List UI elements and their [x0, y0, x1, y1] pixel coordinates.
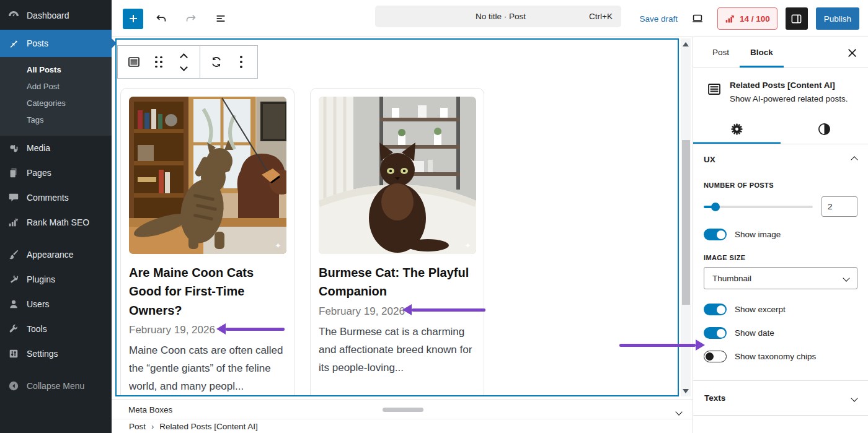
editor-header: No title · Post Ctrl+K Save draft 14 / 1…: [112, 0, 868, 37]
block-type-button[interactable]: [122, 47, 146, 77]
wordpress-block-editor: Dashboard Posts All Posts Add Post Categ…: [0, 0, 868, 433]
save-draft-button[interactable]: Save draft: [639, 14, 678, 24]
plugin-icon: [7, 273, 20, 286]
related-post-card[interactable]: ✦ Are Maine Coon Cats Good for First-Tim…: [120, 88, 294, 396]
dashboard-icon: [7, 9, 20, 22]
meta-boxes-resize-handle[interactable]: [383, 408, 423, 412]
breadcrumb-current[interactable]: Related Posts [Content AI]: [159, 422, 257, 431]
tab-block[interactable]: Block: [740, 37, 784, 68]
show-date-toggle[interactable]: [704, 327, 727, 339]
number-of-posts-input[interactable]: [822, 196, 857, 217]
sidebar-panel-toggle-button[interactable]: [786, 7, 808, 30]
scroll-up-arrow[interactable]: [681, 40, 691, 48]
list-view-icon: [214, 12, 228, 25]
image-size-select[interactable]: Thumbnail: [704, 267, 857, 289]
sidebar-item-collapse-menu[interactable]: Collapse Menu: [0, 374, 112, 398]
related-posts-block-icon: [126, 55, 141, 69]
close-settings-button[interactable]: [841, 42, 863, 64]
ux-section-title: UX: [704, 155, 715, 164]
show-excerpt-toggle[interactable]: [704, 304, 727, 315]
sidebar-item-label: Plugins: [27, 274, 55, 284]
block-info-text: Related Posts [Content AI] Show AI-power…: [730, 81, 848, 103]
editor-content-area: ✦ Are Maine Coon Cats Good for First-Tim…: [112, 37, 693, 400]
sidebar-item-plugins[interactable]: Plugins: [0, 267, 112, 292]
number-of-posts-slider[interactable]: [704, 206, 813, 208]
sidebar-item-rank-math[interactable]: Rank Math SEO: [0, 210, 112, 235]
document-overview-button[interactable]: [209, 7, 232, 30]
ux-section-body: NUMBER OF POSTS Show image IMAGE SIZE Th…: [693, 182, 868, 362]
annotation-arrow-show-date: [619, 339, 705, 351]
tab-block-styles[interactable]: [781, 115, 868, 144]
related-post-card[interactable]: ✦ Burmese Cat: The Playful Companion Feb…: [310, 88, 484, 396]
block-mover[interactable]: [171, 47, 196, 77]
related-posts-block-icon: [707, 81, 722, 103]
selected-block-canvas[interactable]: ✦ Are Maine Coon Cats Good for First-Tim…: [115, 38, 679, 396]
sidebar-item-label: Posts: [27, 38, 48, 48]
sidebar-item-label: Collapse Menu: [27, 381, 84, 391]
block-toolbar-group-extra: [200, 46, 257, 78]
show-image-label: Show image: [735, 230, 781, 239]
chevron-down-icon[interactable]: [676, 406, 681, 417]
post-title[interactable]: Burmese Cat: The Playful Companion: [319, 263, 476, 301]
sidebar-item-appearance[interactable]: Appearance: [0, 242, 112, 267]
block-inspector-tabs: [693, 115, 868, 144]
show-excerpt-label: Show excerpt: [735, 305, 786, 314]
block-inserter-button[interactable]: [123, 9, 143, 29]
chevron-up-icon: [851, 156, 857, 163]
post-title[interactable]: Are Maine Coon Cats Good for First-Time …: [129, 263, 286, 320]
sidebar-item-label: Tools: [27, 324, 47, 334]
texts-section-header[interactable]: Texts: [693, 381, 868, 416]
sidebar-item-comments[interactable]: Comments: [0, 185, 112, 210]
submenu-item-add-post[interactable]: Add Post: [0, 78, 112, 95]
tab-post[interactable]: Post: [702, 37, 740, 68]
sidebar-item-dashboard[interactable]: Dashboard: [0, 0, 112, 30]
drag-handle[interactable]: [146, 47, 171, 77]
sidebar-item-posts[interactable]: Posts: [0, 30, 112, 57]
drag-dots-icon: [155, 56, 162, 68]
ai-sparkle-icon: ✦: [275, 241, 281, 250]
collapse-icon: [7, 380, 20, 392]
submenu-item-all-posts[interactable]: All Posts: [0, 61, 112, 78]
command-center[interactable]: No title · Post Ctrl+K: [375, 6, 621, 27]
sidebar-item-pages[interactable]: Pages: [0, 160, 112, 185]
submenu-item-tags[interactable]: Tags: [0, 112, 112, 128]
styles-contrast-icon: [817, 122, 831, 136]
preview-button[interactable]: [686, 7, 709, 30]
meta-boxes-bar[interactable]: Meta Boxes: [112, 400, 693, 419]
show-taxonomy-chips-row: Show taxonomy chips: [704, 351, 857, 362]
meta-boxes-label: Meta Boxes: [112, 405, 172, 414]
rank-math-score-badge[interactable]: 14 / 100: [717, 7, 777, 30]
show-image-toggle[interactable]: [704, 229, 727, 240]
refresh-icon: [210, 55, 223, 69]
sidebar-item-settings[interactable]: Settings: [0, 341, 112, 366]
block-title: Related Posts [Content AI]: [730, 81, 848, 90]
sidebar-item-label: Settings: [27, 349, 58, 359]
submenu-item-categories[interactable]: Categories: [0, 95, 112, 112]
sidebar-separator: [0, 235, 112, 242]
chevron-down-icon: [843, 274, 849, 281]
show-taxonomy-chips-label: Show taxonomy chips: [735, 352, 816, 361]
undo-icon: [154, 12, 168, 25]
slider-thumb[interactable]: [711, 203, 720, 211]
inspector-tabs: Post Block: [693, 37, 868, 68]
desktop-preview-icon: [691, 12, 704, 25]
pin-icon: [7, 37, 20, 50]
tab-block-settings[interactable]: [693, 115, 781, 144]
scrollbar-thumb[interactable]: [682, 140, 690, 305]
show-taxonomy-chips-toggle[interactable]: [704, 351, 727, 362]
refresh-posts-button[interactable]: [204, 47, 229, 77]
ux-section-header[interactable]: UX: [693, 144, 868, 168]
block-options-button[interactable]: [229, 47, 254, 77]
scroll-down-arrow[interactable]: [681, 387, 691, 395]
sidebar-item-tools[interactable]: Tools: [0, 317, 112, 341]
sidebar-item-users[interactable]: Users: [0, 292, 112, 317]
redo-button[interactable]: [179, 7, 203, 30]
show-excerpt-row: Show excerpt: [704, 304, 857, 315]
undo-button[interactable]: [149, 7, 173, 30]
sidebar-item-media[interactable]: Media: [0, 136, 112, 160]
brush-icon: [7, 248, 20, 261]
breadcrumb-root[interactable]: Post: [129, 422, 146, 431]
image-size-label: IMAGE SIZE: [704, 254, 857, 261]
publish-button[interactable]: Publish: [816, 7, 859, 30]
show-image-row: Show image: [704, 229, 857, 240]
